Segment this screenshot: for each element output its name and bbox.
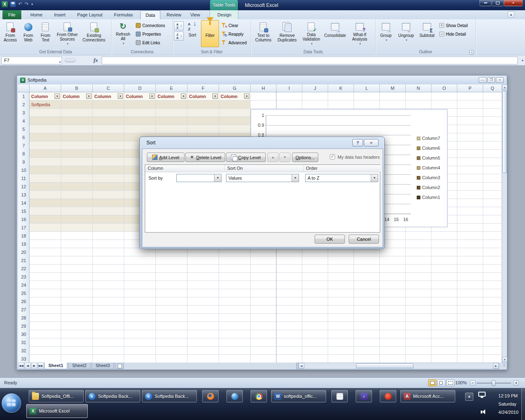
row-header-10[interactable]: 10 xyxy=(18,166,30,175)
data-validation-button[interactable]: ✓ Data Validation ▾ xyxy=(299,20,323,47)
row-header-23[interactable]: 23 xyxy=(18,273,30,281)
subtotal-button[interactable]: Σ Subtotal xyxy=(417,20,437,47)
cell-Q16[interactable] xyxy=(483,215,502,224)
cell-B22[interactable] xyxy=(61,265,93,273)
column-header-I[interactable]: I xyxy=(276,84,302,92)
cell-H22[interactable] xyxy=(251,265,276,273)
cell-C27[interactable] xyxy=(93,306,124,314)
taskbar-button-excel[interactable]: Microsoft Excel xyxy=(26,404,88,418)
order-select[interactable]: A to Z▼ xyxy=(305,174,378,182)
cell-K30[interactable] xyxy=(328,330,354,338)
workbook-restore-icon[interactable]: ❐ xyxy=(487,77,495,83)
minimize-button[interactable] xyxy=(479,0,491,6)
cell-Q33[interactable] xyxy=(483,355,502,363)
row-header-27[interactable]: 27 xyxy=(18,306,30,314)
cell-G23[interactable] xyxy=(219,273,251,281)
row-header-24[interactable]: 24 xyxy=(18,281,30,290)
excel-app-icon[interactable] xyxy=(2,1,8,7)
sort-a-to-z-button[interactable]: AZ↓ xyxy=(174,21,184,30)
cell-Q1[interactable] xyxy=(483,92,502,100)
cell-D20[interactable] xyxy=(124,248,156,256)
cell-Q11[interactable] xyxy=(483,174,502,183)
copy-level-button[interactable]: Copy Level xyxy=(226,153,266,162)
cell-E30[interactable] xyxy=(156,330,187,338)
cell-N19[interactable] xyxy=(406,240,431,248)
cell-M29[interactable] xyxy=(380,322,406,330)
cell-P28[interactable] xyxy=(457,314,483,322)
cell-K22[interactable] xyxy=(328,265,354,273)
cell-A25[interactable] xyxy=(30,289,61,297)
cell-P20[interactable] xyxy=(457,248,483,256)
cell-G20[interactable] xyxy=(219,248,251,256)
cell-C18[interactable] xyxy=(93,232,124,240)
cell-P25[interactable] xyxy=(457,289,483,297)
cell-F4[interactable] xyxy=(187,117,219,125)
cell-K28[interactable] xyxy=(328,314,354,322)
cell-C29[interactable] xyxy=(93,322,124,330)
row-header-17[interactable]: 17 xyxy=(18,224,30,232)
cell-I2[interactable] xyxy=(276,100,302,109)
filter-button[interactable]: Filter xyxy=(201,20,219,47)
cell-C22[interactable] xyxy=(93,265,124,273)
cell-I26[interactable] xyxy=(276,297,302,306)
cell-H21[interactable] xyxy=(251,256,276,265)
cell-B10[interactable] xyxy=(61,166,93,174)
text-to-columns-button[interactable]: Text to Columns xyxy=(252,20,275,47)
cell-H30[interactable] xyxy=(251,330,276,338)
cell-C14[interactable] xyxy=(93,199,124,207)
cell-F25[interactable] xyxy=(187,289,219,297)
cell-H29[interactable] xyxy=(251,322,276,330)
cell-K33[interactable] xyxy=(328,355,354,363)
cell-E24[interactable] xyxy=(156,281,187,289)
from-web-button[interactable]: From Web xyxy=(20,20,37,47)
scroll-left-icon[interactable]: ◀ xyxy=(299,363,304,369)
cell-A7[interactable] xyxy=(30,142,61,150)
cell-O21[interactable] xyxy=(431,256,457,265)
cell-J27[interactable] xyxy=(302,306,328,314)
filter-dropdown-icon[interactable]: ▾ xyxy=(86,94,91,99)
cell-D24[interactable] xyxy=(124,281,156,289)
column-header-B[interactable]: B xyxy=(61,84,93,92)
save-icon[interactable] xyxy=(10,2,16,7)
cell-C13[interactable] xyxy=(93,191,124,199)
cell-B17[interactable] xyxy=(61,224,93,232)
column-header-Q[interactable]: Q xyxy=(483,84,502,92)
cell-A33[interactable] xyxy=(30,355,61,363)
insert-worksheet-icon[interactable] xyxy=(115,363,124,369)
cell-J2[interactable] xyxy=(302,100,328,109)
tab-design[interactable]: Design xyxy=(212,10,236,19)
cell-N23[interactable] xyxy=(406,273,431,281)
cell-A21[interactable] xyxy=(30,256,61,265)
cell-Q2[interactable] xyxy=(483,100,502,109)
row-header-18[interactable]: 18 xyxy=(18,232,30,240)
cell-F21[interactable] xyxy=(187,256,219,265)
combo-dropdown-icon[interactable]: ▼ xyxy=(371,174,378,182)
tab-insert[interactable]: Insert xyxy=(49,10,71,19)
sort-column-select[interactable]: ▼ xyxy=(176,174,221,182)
maximize-button[interactable] xyxy=(492,0,504,6)
name-box-dropdown-icon[interactable]: ▾ xyxy=(59,59,61,66)
row-header-29[interactable]: 29 xyxy=(18,322,30,331)
cell-G26[interactable] xyxy=(219,297,251,306)
cell-F5[interactable] xyxy=(187,125,219,133)
cell-B23[interactable] xyxy=(61,273,93,281)
legend-item[interactable]: Column4 xyxy=(417,165,440,170)
cell-O28[interactable] xyxy=(431,314,457,322)
show-desktop-button[interactable] xyxy=(521,388,525,420)
cell-P9[interactable] xyxy=(457,158,483,166)
cell-Q24[interactable] xyxy=(483,281,502,289)
first-sheet-icon[interactable]: ◀◀ xyxy=(18,363,24,369)
cell-B21[interactable] xyxy=(61,256,93,265)
taskbar-button-10[interactable] xyxy=(380,390,396,402)
cell-B4[interactable] xyxy=(61,117,93,125)
cell-F32[interactable] xyxy=(187,347,219,355)
cell-C9[interactable] xyxy=(93,158,124,166)
cell-Q4[interactable] xyxy=(483,117,502,125)
cell-D28[interactable] xyxy=(124,314,156,322)
row-header-30[interactable]: 30 xyxy=(18,330,30,339)
cell-M2[interactable] xyxy=(380,100,406,109)
cell-B31[interactable] xyxy=(61,338,93,347)
cell-A20[interactable] xyxy=(30,248,61,256)
cell-C28[interactable] xyxy=(93,314,124,322)
cell-B9[interactable] xyxy=(61,158,93,166)
